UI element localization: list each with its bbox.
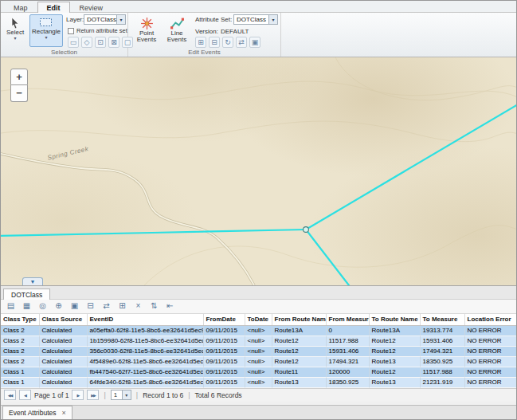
- route-junction-vertex[interactable]: [304, 227, 309, 233]
- table-cell[interactable]: 17494.321: [420, 346, 464, 356]
- table-cell[interactable]: <null>: [245, 346, 272, 356]
- table-cell[interactable]: 18350.925: [326, 377, 369, 387]
- table-cell[interactable]: NO ERROR: [464, 367, 517, 377]
- table-cell[interactable]: 356c0030-62f8-11e5-8bc6-ee32641d5ec9: [87, 346, 203, 356]
- table-cell[interactable]: Calculated: [39, 356, 87, 367]
- table-cell[interactable]: Class 2: [1, 356, 39, 367]
- refresh-events-icon[interactable]: ↻: [222, 37, 233, 48]
- table-cell[interactable]: 64fde340-62f8-11e5-8bc6-ee32641d5ec9: [87, 377, 203, 387]
- column-header-fromdate[interactable]: FromDate: [203, 314, 245, 325]
- table-cell[interactable]: 09/11/2015: [203, 367, 245, 377]
- table-cell[interactable]: Route13A: [369, 325, 420, 336]
- return-attribute-set-checkbox[interactable]: [68, 28, 74, 34]
- table-cell[interactable]: NO ERROR: [464, 325, 517, 336]
- tab-edit[interactable]: Edit: [37, 2, 70, 13]
- route-line-west[interactable]: [1, 230, 306, 236]
- select-by-attributes-icon[interactable]: ⊡: [95, 37, 106, 48]
- table-cell[interactable]: 09/11/2015: [203, 325, 245, 336]
- column-header-eventid[interactable]: EventID: [87, 314, 203, 325]
- table-cell[interactable]: <null>: [245, 336, 272, 346]
- last-page-button[interactable]: ▶▶: [87, 390, 99, 400]
- select-button[interactable]: Select ▾: [2, 14, 28, 47]
- table-cell[interactable]: 18350.925: [420, 356, 464, 367]
- table-cell[interactable]: a05effa0-62f8-11e5-8bc6-ee32641d5ec9: [87, 325, 203, 336]
- clear-selection-icon[interactable]: ⊠: [108, 37, 119, 48]
- attribute-set-menu-icon[interactable]: ▤: [5, 300, 17, 312]
- select-rectangle-icon[interactable]: ▭: [68, 37, 79, 48]
- table-cell[interactable]: Class 2: [1, 325, 39, 336]
- table-cell[interactable]: Route12: [369, 346, 420, 356]
- zoom-to-selected-icon[interactable]: ◎: [37, 300, 49, 312]
- table-row[interactable]: Class 2Calculateda05effa0-62f8-11e5-8bc6…: [1, 325, 517, 336]
- previous-page-button[interactable]: ◀: [19, 390, 31, 400]
- table-cell[interactable]: 19313.774: [420, 325, 464, 336]
- edit-record-icon[interactable]: ⊞: [116, 300, 128, 312]
- table-cell[interactable]: 09/11/2015: [203, 336, 245, 346]
- column-header-to-measure[interactable]: To Measure: [420, 314, 464, 325]
- table-cell[interactable]: Class 1: [1, 367, 39, 377]
- table-cell[interactable]: Calculated: [39, 346, 87, 356]
- page-size-dropdown[interactable]: 1 ▾: [111, 390, 131, 400]
- line-events-button[interactable]: Line Events: [163, 14, 191, 47]
- column-header-from-route-name[interactable]: From Route Name: [272, 314, 326, 325]
- route-line-northeast[interactable]: [306, 104, 517, 230]
- attribute-set-dropdown[interactable]: DOTClass ▾: [233, 14, 278, 25]
- save-edits-icon[interactable]: ▣: [69, 300, 80, 312]
- next-page-button[interactable]: ▶: [72, 390, 84, 400]
- table-cell[interactable]: 15931.406: [420, 336, 464, 346]
- table-cell[interactable]: 17494.321: [326, 356, 369, 367]
- table-cell[interactable]: 21231.919: [420, 377, 464, 387]
- table-cell[interactable]: Class 2: [1, 346, 39, 356]
- tab-map[interactable]: Map: [4, 2, 37, 13]
- table-cell[interactable]: Class 1: [1, 377, 39, 387]
- tab-dotclass[interactable]: DOTClass: [3, 289, 50, 300]
- tab-event-attributes[interactable]: Event Attributes ×: [2, 406, 72, 419]
- table-cell[interactable]: NO ERROR: [464, 336, 517, 346]
- column-header-todate[interactable]: ToDate: [245, 314, 272, 325]
- select-polygon-icon[interactable]: ◇: [81, 37, 92, 48]
- table-row[interactable]: Class 1Calculatedfb447540-62f7-11e5-8bc6…: [1, 367, 517, 377]
- table-cell[interactable]: 0: [326, 325, 369, 336]
- table-cell[interactable]: 09/11/2015: [203, 356, 245, 367]
- table-cell[interactable]: fb447540-62f7-11e5-8bc6-ee32641d5ec9: [87, 367, 203, 377]
- table-row[interactable]: Class 2Calculated4f5489e0-62f8-11e5-8bc6…: [1, 356, 517, 367]
- clear-selection-icon[interactable]: ⊟: [84, 300, 96, 312]
- column-header-from-measure[interactable]: From Measure: [326, 314, 369, 325]
- route-line-south[interactable]: [306, 230, 349, 285]
- table-cell[interactable]: Route13: [369, 377, 420, 387]
- column-header-class-type[interactable]: Class Type: [1, 314, 39, 325]
- table-cell[interactable]: <null>: [245, 367, 272, 377]
- zoom-out-button[interactable]: −: [10, 85, 28, 102]
- remove-event-icon[interactable]: ⊟: [209, 37, 220, 48]
- table-cell[interactable]: Calculated: [39, 367, 87, 377]
- table-cell[interactable]: 11517.988: [420, 367, 464, 377]
- switch-selection-icon[interactable]: ⇄: [100, 300, 112, 312]
- table-cell[interactable]: 120000: [326, 367, 369, 377]
- point-events-button[interactable]: Point Events: [132, 14, 161, 47]
- table-cell[interactable]: Route12: [369, 336, 420, 346]
- table-cell[interactable]: NO ERROR: [464, 377, 517, 387]
- add-event-icon[interactable]: ⊞: [195, 37, 206, 48]
- delete-record-icon[interactable]: ×: [132, 300, 144, 312]
- table-row[interactable]: Class 2Calculated356c0030-62f8-11e5-8bc6…: [1, 346, 517, 356]
- table-cell[interactable]: NO ERROR: [464, 346, 517, 356]
- table-cell[interactable]: Calculated: [39, 325, 87, 336]
- column-header-class-source[interactable]: Class Source: [39, 314, 87, 325]
- table-row[interactable]: Class 2Calculated1b159980-62f8-11e5-8bc6…: [1, 336, 517, 346]
- collapse-panel-button[interactable]: ▼: [22, 277, 43, 285]
- table-cell[interactable]: 09/11/2015: [203, 377, 245, 387]
- table-cell[interactable]: Class 2: [1, 336, 39, 346]
- close-icon[interactable]: ×: [62, 410, 66, 416]
- table-cell[interactable]: Route12: [272, 346, 326, 356]
- table-cell[interactable]: Calculated: [39, 336, 87, 346]
- transfer-events-icon[interactable]: ⇄: [236, 37, 247, 48]
- show-all-records-icon[interactable]: ▦: [21, 300, 33, 312]
- table-cell[interactable]: 11517.988: [326, 336, 369, 346]
- table-cell[interactable]: 4f5489e0-62f8-11e5-8bc6-ee32641d5ec9: [87, 356, 203, 367]
- table-cell[interactable]: Route13A: [272, 325, 326, 336]
- rectangle-select-button[interactable]: Rectangle ▾: [29, 14, 63, 47]
- fit-columns-icon[interactable]: ⇤: [164, 300, 176, 312]
- first-page-button[interactable]: ◀◀: [4, 390, 16, 400]
- table-cell[interactable]: Route12: [369, 367, 420, 377]
- table-cell[interactable]: 15931.406: [326, 346, 369, 356]
